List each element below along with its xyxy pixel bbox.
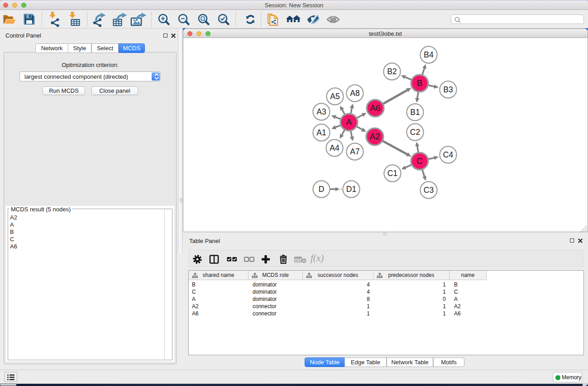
svg-text:C2: C2 <box>410 128 420 137</box>
svg-text:C4: C4 <box>443 150 454 159</box>
svg-text:B4: B4 <box>424 50 434 59</box>
svg-text:A4: A4 <box>330 143 339 152</box>
svg-text:B: B <box>417 78 423 88</box>
svg-text:C: C <box>416 156 423 166</box>
svg-text:D: D <box>319 185 325 194</box>
svg-text:B1: B1 <box>410 108 420 117</box>
svg-text:A7: A7 <box>350 147 359 156</box>
svg-text:A2: A2 <box>369 132 380 141</box>
svg-text:A8: A8 <box>350 89 359 98</box>
svg-text:B2: B2 <box>387 67 397 76</box>
svg-text:D1: D1 <box>346 185 356 194</box>
svg-text:A: A <box>346 117 352 127</box>
svg-text:B3: B3 <box>443 85 453 94</box>
svg-text:C3: C3 <box>424 186 434 195</box>
svg-text:A3: A3 <box>316 107 326 116</box>
svg-text:A1: A1 <box>316 128 326 137</box>
svg-text:C1: C1 <box>387 169 397 178</box>
svg-text:A6: A6 <box>370 103 380 113</box>
svg-text:A5: A5 <box>330 92 339 101</box>
